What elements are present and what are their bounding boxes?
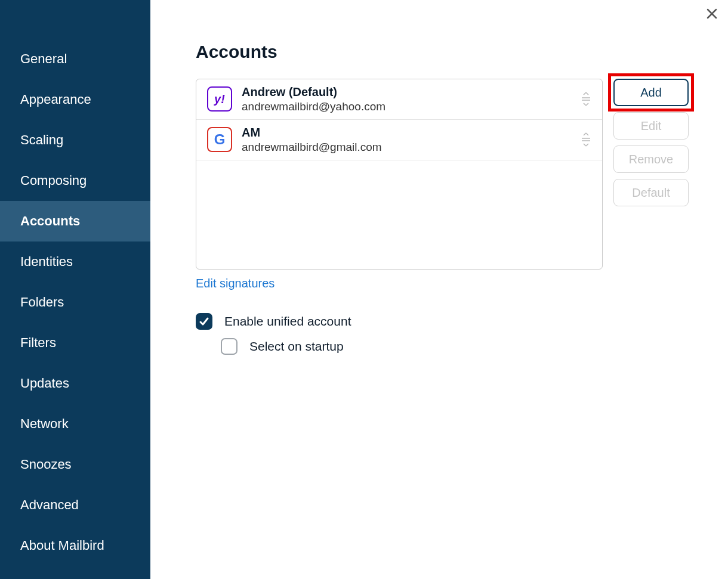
add-button[interactable]: Add (613, 79, 689, 106)
select-on-startup-row: Select on startup (196, 338, 689, 355)
sidebar-item-filters[interactable]: Filters (0, 323, 150, 363)
sidebar-item-general[interactable]: General (0, 39, 150, 79)
edit-signatures-link[interactable]: Edit signatures (196, 277, 274, 290)
page-title: Accounts (196, 42, 689, 62)
sidebar-item-snoozes[interactable]: Snoozes (0, 444, 150, 485)
account-row[interactable]: G AM andrewmailbird@gmail.com (196, 120, 602, 160)
default-button[interactable]: Default (613, 179, 689, 206)
sidebar-item-accounts[interactable]: Accounts (0, 201, 150, 241)
enable-unified-row: Enable unified account (196, 313, 689, 330)
sidebar-item-composing[interactable]: Composing (0, 160, 150, 201)
enable-unified-checkbox[interactable] (196, 313, 212, 330)
account-text: AM andrewmailbird@gmail.com (242, 125, 581, 154)
accounts-list: y! Andrew (Default) andrewmailbird@yahoo… (196, 79, 603, 270)
drag-handle-icon[interactable] (581, 132, 591, 147)
account-name: Andrew (Default) (242, 85, 581, 100)
account-action-buttons: Add Edit Remove Default (613, 79, 689, 270)
select-on-startup-label: Select on startup (249, 339, 344, 354)
options-group: Enable unified account Select on startup (196, 313, 689, 355)
main-panel: Accounts y! Andrew (Default) andrewmailb… (150, 0, 728, 579)
account-email: andrewmailbird@yahoo.com (242, 100, 581, 114)
enable-unified-label: Enable unified account (224, 314, 351, 329)
sidebar-item-appearance[interactable]: Appearance (0, 79, 150, 120)
account-row[interactable]: y! Andrew (Default) andrewmailbird@yahoo… (196, 79, 602, 120)
yahoo-icon: y! (207, 86, 232, 112)
sidebar-item-scaling[interactable]: Scaling (0, 120, 150, 160)
select-on-startup-checkbox[interactable] (221, 338, 237, 355)
account-text: Andrew (Default) andrewmailbird@yahoo.co… (242, 85, 581, 114)
sidebar-item-updates[interactable]: Updates (0, 363, 150, 404)
account-email: andrewmailbird@gmail.com (242, 140, 581, 154)
sidebar-item-network[interactable]: Network (0, 404, 150, 444)
edit-button[interactable]: Edit (613, 112, 689, 140)
close-button[interactable] (703, 5, 721, 23)
gmail-icon: G (207, 127, 232, 152)
drag-handle-icon[interactable] (581, 91, 591, 107)
sidebar-item-folders[interactable]: Folders (0, 282, 150, 323)
sidebar-item-about[interactable]: About Mailbird (0, 525, 150, 566)
account-name: AM (242, 125, 581, 140)
settings-sidebar: General Appearance Scaling Composing Acc… (0, 0, 150, 579)
accounts-row: y! Andrew (Default) andrewmailbird@yahoo… (196, 79, 689, 270)
sidebar-item-identities[interactable]: Identities (0, 241, 150, 282)
remove-button[interactable]: Remove (613, 145, 689, 173)
sidebar-item-advanced[interactable]: Advanced (0, 485, 150, 525)
